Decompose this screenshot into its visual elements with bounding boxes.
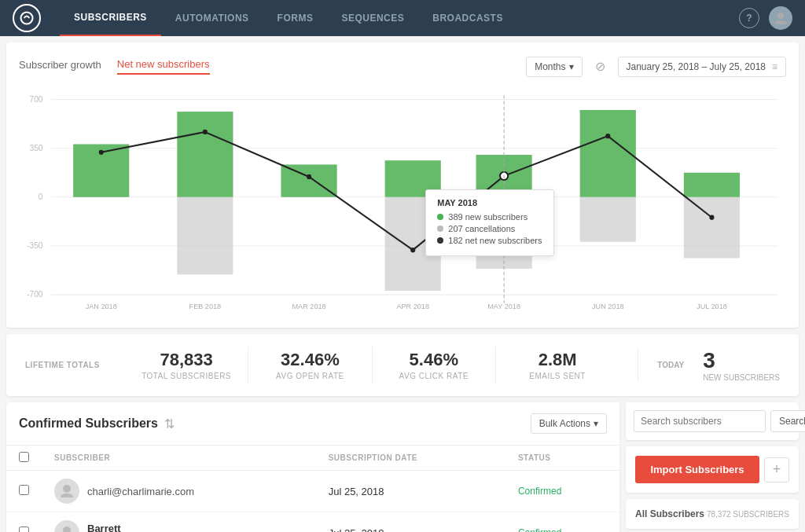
select-all-checkbox[interactable] xyxy=(19,452,29,462)
chevron-down-icon: ▾ xyxy=(569,61,574,72)
svg-rect-21 xyxy=(580,197,636,242)
subscriber-col-header: SUBSCRIBER xyxy=(42,446,316,471)
table-actions: Bulk Actions ▾ xyxy=(531,413,607,434)
select-all-header xyxy=(6,446,42,471)
sub-date: Jul 25, 2018 xyxy=(316,512,505,533)
import-plus-button[interactable]: + xyxy=(764,457,789,482)
import-area: Import Subscribers + xyxy=(626,446,799,493)
table-header: Confirmed Subscribers ⇅ Bulk Actions ▾ xyxy=(6,402,619,446)
date-col-header: SUBSCRIPTION DATE xyxy=(316,446,505,471)
svg-text:APR 2018: APR 2018 xyxy=(396,303,429,310)
svg-point-1 xyxy=(777,13,784,19)
logo[interactable] xyxy=(13,4,41,32)
avatar xyxy=(54,520,79,532)
nav-broadcasts[interactable]: BROADCASTS xyxy=(418,0,517,36)
subscribers-table: SUBSCRIBER SUBSCRIPTION DATE STATUS xyxy=(6,446,619,532)
svg-text:350: 350 xyxy=(30,144,43,152)
user-avatar[interactable] xyxy=(769,6,792,30)
stats-today: TODAY 3 NEW SUBSCRIBERS xyxy=(638,348,780,382)
svg-point-40 xyxy=(63,526,71,532)
svg-rect-23 xyxy=(684,197,740,259)
sub-date: Jul 25, 2018 xyxy=(316,471,505,512)
date-range[interactable]: January 25, 2018 – July 25, 2018 ≡ xyxy=(618,57,786,77)
period-selector[interactable]: Months ▾ xyxy=(526,57,582,77)
stat-open-rate: 32.46% AVG OPEN RATE xyxy=(248,347,372,383)
table-row: charli@charlimarie.com Jul 25, 2018 Conf… xyxy=(6,471,619,512)
status-col-header: STATUS xyxy=(505,446,619,471)
svg-rect-17 xyxy=(385,197,441,291)
chart-section: Subscriber growth Net new subscribers Mo… xyxy=(6,42,799,328)
chart-controls: Months ▾ ⊘ January 25, 2018 – July 25, 2… xyxy=(526,55,786,78)
svg-point-27 xyxy=(410,248,415,252)
svg-rect-22 xyxy=(684,173,740,197)
subscriber-cell: charli@charlimarie.com xyxy=(54,479,303,504)
svg-point-25 xyxy=(203,130,208,134)
svg-rect-20 xyxy=(580,110,636,197)
svg-point-0 xyxy=(21,13,33,24)
avatar xyxy=(54,479,79,504)
chevron-down-icon: ▾ xyxy=(594,418,598,429)
svg-text:-700: -700 xyxy=(27,290,43,299)
calendar-icon: ≡ xyxy=(772,61,777,72)
svg-point-39 xyxy=(63,485,71,493)
svg-text:JUL 2018: JUL 2018 xyxy=(697,303,727,310)
nav-automations[interactable]: AUTOMATIONS xyxy=(161,0,263,36)
svg-rect-16 xyxy=(385,160,441,197)
search-button[interactable]: Search xyxy=(770,410,805,432)
stats-bar: LIFETIME TOTALS 78,833 TOTAL SUBSCRIBERS… xyxy=(6,334,799,396)
svg-point-30 xyxy=(709,215,714,220)
row-checkbox[interactable] xyxy=(19,485,29,495)
right-sidebar: Search Import Subscribers + All Subscrib… xyxy=(626,402,799,532)
bulk-actions-button[interactable]: Bulk Actions ▾ xyxy=(531,413,607,434)
chart-header: Subscriber growth Net new subscribers Mo… xyxy=(19,55,786,78)
svg-text:-350: -350 xyxy=(27,241,43,250)
svg-text:JAN 2018: JAN 2018 xyxy=(86,303,117,310)
nav-sequences[interactable]: SEQUENCES xyxy=(327,0,418,36)
search-box: Search xyxy=(626,402,799,440)
svg-text:MAY 2018: MAY 2018 xyxy=(487,303,520,310)
import-subscribers-button[interactable]: Import Subscribers xyxy=(635,456,759,483)
svg-text:MAR 2018: MAR 2018 xyxy=(292,303,325,310)
subscribers-table-section: Confirmed Subscribers ⇅ Bulk Actions ▾ S… xyxy=(6,402,619,532)
all-subscribers-label: All Subscribers 78,372 SUBSCRIBERS xyxy=(635,508,789,519)
table-title: Confirmed Subscribers xyxy=(19,416,158,431)
svg-text:FEB 2018: FEB 2018 xyxy=(189,303,222,310)
nav-subscribers[interactable]: SUBSCRIBERS xyxy=(60,0,161,36)
chart-svg: 700 350 0 -350 -700 xyxy=(19,87,786,315)
table-row: Barrett barrett@convertkit.com Jul 25, 2… xyxy=(6,512,619,533)
chart-tabs: Subscriber growth Net new subscribers xyxy=(19,58,210,75)
tab-net-new-subscribers[interactable]: Net new subscribers xyxy=(117,58,210,75)
svg-point-26 xyxy=(307,174,311,179)
nav-right: ? xyxy=(739,6,792,30)
lifetime-label: LIFETIME TOTALS xyxy=(25,361,100,369)
help-button[interactable]: ? xyxy=(739,8,759,28)
sub-status: Confirmed xyxy=(505,512,619,533)
svg-text:0: 0 xyxy=(39,193,43,201)
svg-point-24 xyxy=(99,150,104,155)
svg-rect-13 xyxy=(177,112,233,197)
sort-icon[interactable]: ⇅ xyxy=(164,416,175,431)
svg-point-29 xyxy=(605,134,610,138)
svg-text:JUN 2018: JUN 2018 xyxy=(592,303,624,310)
bottom-section: Confirmed Subscribers ⇅ Bulk Actions ▾ S… xyxy=(6,402,799,532)
stat-total-subscribers: 78,833 TOTAL SUBSCRIBERS xyxy=(125,347,248,383)
all-subscribers-section[interactable]: All Subscribers 78,372 SUBSCRIBERS xyxy=(626,499,799,529)
row-checkbox[interactable] xyxy=(19,526,29,532)
svg-text:700: 700 xyxy=(30,95,43,104)
chart-area: 700 350 0 -350 -700 xyxy=(19,87,786,315)
stats-metrics: 78,833 TOTAL SUBSCRIBERS 32.46% AVG OPEN… xyxy=(125,347,619,383)
stat-click-rate: 5.46% AVG CLICK RATE xyxy=(373,347,496,383)
filter-button[interactable]: ⊘ xyxy=(589,55,612,78)
svg-rect-14 xyxy=(177,197,233,274)
navigation: SUBSCRIBERS AUTOMATIONS FORMS SEQUENCES … xyxy=(0,0,805,36)
subscriber-cell: Barrett barrett@convertkit.com xyxy=(54,520,303,532)
stat-emails-sent: 2.8M EMAILS SENT xyxy=(496,347,619,383)
sub-status: Confirmed xyxy=(505,471,619,512)
search-input[interactable] xyxy=(634,410,766,432)
nav-links: SUBSCRIBERS AUTOMATIONS FORMS SEQUENCES … xyxy=(60,0,739,36)
svg-rect-15 xyxy=(281,164,336,196)
tab-subscriber-growth[interactable]: Subscriber growth xyxy=(19,59,101,74)
nav-forms[interactable]: FORMS xyxy=(263,0,328,36)
